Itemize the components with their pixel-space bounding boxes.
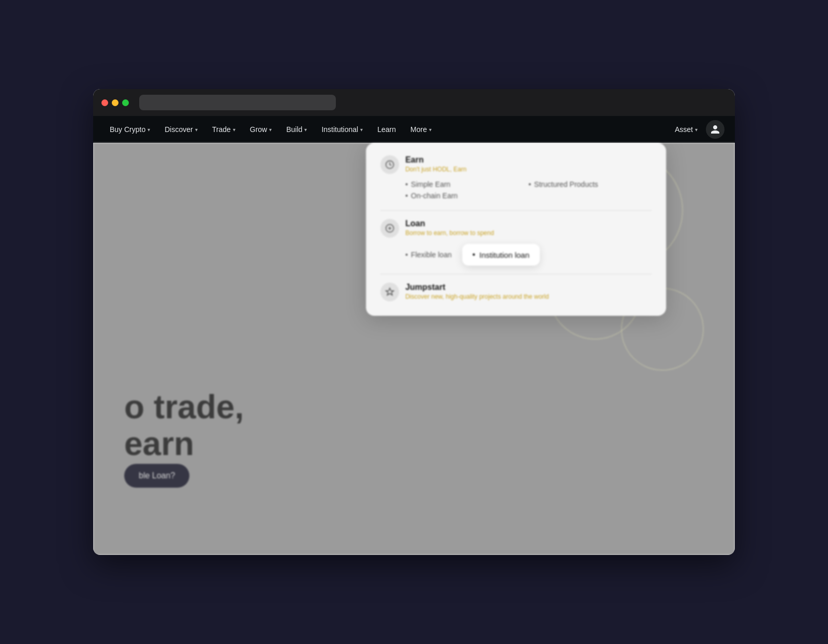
browser-chrome <box>93 89 735 116</box>
nav-bar: Buy Crypto ▾ Discover ▾ Trade ▾ Grow ▾ B… <box>93 116 735 143</box>
divider-1 <box>380 210 652 211</box>
earn-subtitle: Don't just HODL, Earn <box>405 166 466 173</box>
earn-links: Simple Earn Structured Products On-chain… <box>405 180 652 200</box>
nav-institutional[interactable]: Institutional ▾ <box>315 122 369 137</box>
user-avatar[interactable] <box>706 120 724 139</box>
chevron-down-icon: ▾ <box>429 127 432 133</box>
close-button[interactable] <box>101 99 108 106</box>
chevron-down-icon: ▾ <box>695 127 698 133</box>
jumpstart-icon <box>380 283 399 301</box>
traffic-lights <box>101 99 129 106</box>
address-bar[interactable] <box>139 95 336 110</box>
loan-section: Loan Borrow to earn, borrow to spend Fle… <box>380 219 652 266</box>
loan-subtitle: Borrow to earn, borrow to spend <box>405 229 494 237</box>
chevron-down-icon: ▾ <box>147 127 150 133</box>
loan-header: Loan Borrow to earn, borrow to spend <box>380 219 652 238</box>
jumpstart-title: Jumpstart <box>405 283 549 292</box>
earn-section: Earn Don't just HODL, Earn Simple Earn S… <box>380 155 652 200</box>
chevron-down-icon: ▾ <box>233 127 235 133</box>
page-content: o trade, earn ble Loan? Earn D <box>93 143 735 555</box>
dropdown-panel: Earn Don't just HODL, Earn Simple Earn S… <box>366 143 666 316</box>
nav-grow[interactable]: Grow ▾ <box>244 122 278 137</box>
loan-title: Loan <box>405 219 494 228</box>
loan-title-group: Loan Borrow to earn, borrow to spend <box>405 219 494 237</box>
flexible-loan-link[interactable]: Flexible loan <box>405 251 452 259</box>
nav-right: Asset ▾ <box>669 120 724 139</box>
chevron-down-icon: ▾ <box>195 127 198 133</box>
chevron-down-icon: ▾ <box>360 127 363 133</box>
minimize-button[interactable] <box>112 99 119 106</box>
loan-icon <box>380 219 399 238</box>
nav-build[interactable]: Build ▾ <box>280 122 313 137</box>
nav-discover[interactable]: Discover ▾ <box>158 122 203 137</box>
earn-header: Earn Don't just HODL, Earn <box>380 155 652 174</box>
maximize-button[interactable] <box>122 99 129 106</box>
earn-title-group: Earn Don't just HODL, Earn <box>405 155 466 173</box>
chevron-down-icon: ▾ <box>269 127 272 133</box>
nav-more[interactable]: More ▾ <box>404 122 438 137</box>
nav-learn[interactable]: Learn <box>371 122 402 137</box>
nav-asset[interactable]: Asset ▾ <box>669 122 704 137</box>
jumpstart-subtitle: Discover new, high-quality projects arou… <box>405 293 549 300</box>
institution-loan-highlight[interactable]: Institution loan <box>462 244 540 266</box>
structured-products-link[interactable]: Structured Products <box>528 180 652 188</box>
divider-2 <box>380 274 652 274</box>
nav-trade[interactable]: Trade ▾ <box>206 122 242 137</box>
onchain-earn-link[interactable]: On-chain Earn <box>405 192 528 200</box>
nav-buy-crypto[interactable]: Buy Crypto ▾ <box>103 122 156 137</box>
simple-earn-link[interactable]: Simple Earn <box>405 180 528 188</box>
jumpstart-section: Jumpstart Discover new, high-quality pro… <box>380 283 652 301</box>
earn-title: Earn <box>405 155 466 165</box>
loan-links-row: Flexible loan Institution loan <box>405 244 652 266</box>
chevron-down-icon: ▾ <box>304 127 307 133</box>
institution-loan-text: Institution loan <box>479 251 529 259</box>
earn-icon <box>380 155 399 174</box>
browser-window: Buy Crypto ▾ Discover ▾ Trade ▾ Grow ▾ B… <box>93 89 735 555</box>
jumpstart-text-group: Jumpstart Discover new, high-quality pro… <box>405 283 549 300</box>
